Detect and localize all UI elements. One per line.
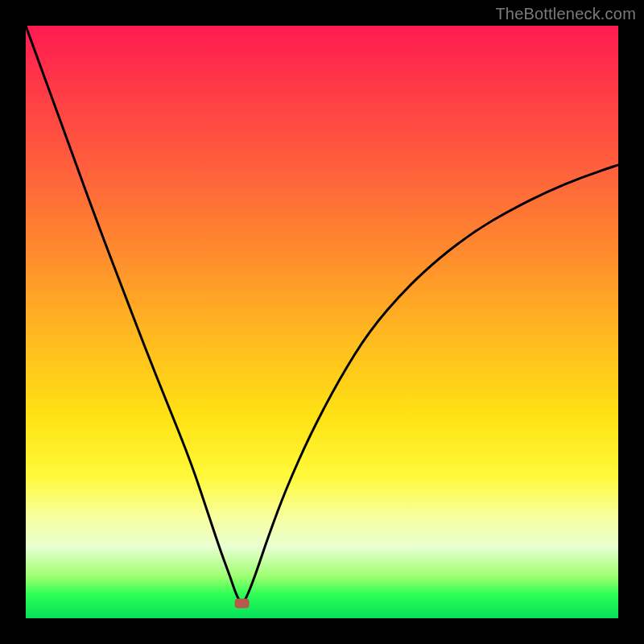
chart-frame: TheBottleneck.com bbox=[0, 0, 644, 644]
min-marker bbox=[235, 599, 250, 609]
watermark-text: TheBottleneck.com bbox=[495, 5, 636, 23]
bottleneck-curve bbox=[26, 26, 618, 603]
curve-layer bbox=[26, 26, 618, 618]
plot-area bbox=[26, 26, 618, 618]
